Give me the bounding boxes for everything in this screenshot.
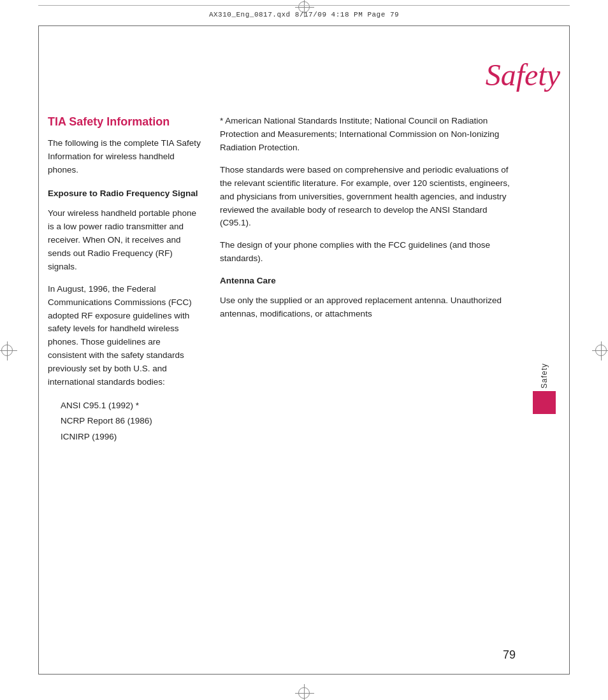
right-column: * American National Standards Institute;… [220,115,516,447]
footnote-text: * American National Standards Institute;… [220,115,516,155]
antenna-subsection-title: Antenna Care [220,275,516,288]
list-item-1: ANSI C95.1 (1992) * [61,398,201,413]
antenna-para: Use only the supplied or an approved rep… [220,294,516,321]
fcc-compliance-para: The design of your phone complies with t… [220,239,516,266]
page-container: AX310_Eng_0817.qxd 8/17/09 4:18 PM Page … [0,0,608,700]
side-tab-label: Safety [540,363,549,389]
border-bottom [38,674,570,675]
list-item-3: ICNIRP (1996) [61,429,201,445]
header-text: AX310_Eng_0817.qxd 8/17/09 4:18 PM Page … [209,11,399,18]
tia-intro: The following is the complete TIA Safety… [48,137,201,177]
exposure-subsection-title: Exposure to Radio Frequency Signal [48,187,201,201]
tia-section-title: TIA Safety Information [48,115,201,129]
header-bar: AX310_Eng_0817.qxd 8/17/09 4:18 PM Page … [38,5,570,23]
left-column: TIA Safety Information The following is … [48,115,201,447]
border-left [38,25,39,675]
exposure-para2: In August, 1996, the Federal Communicati… [48,283,201,389]
content-area: Safety TIA Safety Information The follow… [48,32,560,668]
border-top [38,25,570,26]
list-item-2: NCRP Report 86 (1986) [61,413,201,429]
standards-list: ANSI C95.1 (1992) * NCRP Report 86 (1986… [61,398,201,445]
reg-mark-right [595,345,607,356]
side-tab: Safety [522,363,567,414]
page-number: 79 [503,648,516,662]
main-columns: TIA Safety Information The following is … [48,115,516,447]
side-tab-bar [533,391,556,414]
standards-para: Those standards were based on comprehens… [220,164,516,231]
exposure-para1: Your wireless handheld portable phone is… [48,207,201,274]
reg-mark-bottom [298,687,310,699]
reg-mark-left [1,345,13,356]
page-title: Safety [486,57,560,92]
border-right [569,25,570,675]
